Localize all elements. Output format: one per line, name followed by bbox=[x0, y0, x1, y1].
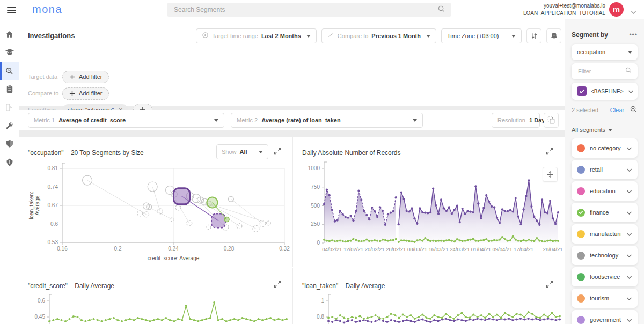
resolution-dropdown[interactable]: Resolution 1 Day bbox=[492, 113, 540, 128]
duplicate-view-button[interactable] bbox=[544, 113, 559, 128]
svg-text:750: 750 bbox=[311, 184, 320, 190]
target-time-range-dropdown[interactable]: Target time range Last 2 Months bbox=[196, 28, 317, 43]
segment-by-dropdown[interactable]: occupation bbox=[572, 44, 638, 60]
chevron-down-icon[interactable] bbox=[626, 143, 632, 153]
more-options-icon[interactable]: ••• bbox=[629, 31, 638, 39]
svg-text:09/04/21: 09/04/21 bbox=[492, 246, 512, 252]
main-content: Investigations Target time range Last 2 … bbox=[19, 19, 565, 324]
add-alert-button[interactable] bbox=[546, 28, 561, 43]
compare-to-dropdown[interactable]: Compare to Previous 1 Month bbox=[321, 28, 436, 43]
sidebar-item-alerts[interactable] bbox=[0, 153, 19, 171]
sidebar-item-config[interactable] bbox=[0, 116, 19, 135]
segment-card[interactable]: no category bbox=[572, 138, 638, 158]
metric1-dropdown[interactable]: Metric 1 Average of credit_score bbox=[28, 113, 224, 128]
svg-text:0.45: 0.45 bbox=[35, 314, 46, 320]
segment-card[interactable]: finance bbox=[572, 203, 638, 222]
sidebar-item-models[interactable] bbox=[0, 43, 19, 62]
expand-icon[interactable] bbox=[273, 147, 283, 157]
target-data-add-filter-button[interactable]: Add filter bbox=[62, 71, 109, 83]
expand-icon[interactable] bbox=[545, 280, 555, 290]
svg-text:0.2: 0.2 bbox=[114, 246, 122, 252]
expand-icon[interactable] bbox=[545, 147, 555, 157]
segment-color-checkbox[interactable] bbox=[577, 252, 585, 260]
chevron-down-icon[interactable] bbox=[628, 86, 634, 96]
user-email: youval+test@monalabs.io bbox=[523, 2, 605, 10]
expand-icon[interactable] bbox=[273, 280, 283, 290]
user-menu-chevron-icon[interactable] bbox=[631, 7, 636, 17]
segment-color-checkbox[interactable] bbox=[577, 273, 585, 281]
baseline-checkbox[interactable] bbox=[577, 86, 587, 96]
shield-alert-icon bbox=[5, 158, 14, 167]
segment-color-checkbox[interactable] bbox=[577, 144, 585, 152]
records-plot[interactable]: 0250500750100004/02/2112/02/2120/02/2128… bbox=[294, 137, 565, 267]
segment-color-checkbox[interactable] bbox=[577, 230, 585, 238]
target-data-row: Target data Add filter bbox=[28, 70, 109, 83]
chevron-down-icon[interactable] bbox=[626, 293, 632, 303]
segment-card[interactable]: tourism bbox=[572, 289, 638, 308]
user-context: LOAN_APPLICATION_TUTORIAL bbox=[523, 10, 605, 17]
chevron-down-icon[interactable] bbox=[626, 229, 632, 239]
chevron-down-icon[interactable] bbox=[626, 186, 632, 196]
segment-filter-input[interactable] bbox=[577, 68, 620, 75]
segment-color-checkbox[interactable] bbox=[577, 187, 585, 195]
segment-card[interactable]: manufacturing bbox=[572, 224, 638, 244]
show-dropdown[interactable]: Show All bbox=[216, 144, 268, 159]
sidebar-item-exports[interactable] bbox=[0, 98, 19, 116]
chevron-down-icon[interactable] bbox=[626, 208, 632, 217]
show-label: Show bbox=[222, 149, 237, 155]
svg-text:500: 500 bbox=[311, 203, 320, 209]
chevron-down-icon[interactable] bbox=[626, 251, 632, 260]
all-segments-dropdown[interactable]: All segments bbox=[572, 127, 612, 133]
segment-card[interactable]: education bbox=[572, 181, 638, 201]
sidebar-item-home[interactable] bbox=[0, 25, 19, 43]
selected-count: 2 selected bbox=[572, 107, 598, 113]
loan-daily-plot[interactable]: 10.8 bbox=[294, 268, 565, 324]
segment-filter-box[interactable] bbox=[572, 63, 638, 79]
hamburger-menu-icon[interactable] bbox=[7, 5, 16, 13]
merge-axes-button[interactable] bbox=[543, 167, 558, 182]
sidebar-item-reports[interactable] bbox=[0, 80, 19, 98]
search-icon bbox=[5, 67, 14, 76]
baseline-card[interactable]: <BASELINE> bbox=[572, 83, 638, 100]
segment-color-checkbox[interactable] bbox=[577, 209, 585, 217]
chevron-down-icon bbox=[214, 119, 218, 122]
svg-text:0.16: 0.16 bbox=[57, 246, 68, 252]
chevron-down-icon bbox=[608, 129, 612, 131]
compare-to-row: Compare to Add filter bbox=[28, 87, 109, 100]
graduation-cap-icon bbox=[5, 48, 14, 57]
segment-color-checkbox[interactable] bbox=[577, 166, 585, 174]
segment-card[interactable]: government bbox=[572, 310, 638, 324]
all-segments-label: All segments bbox=[572, 127, 605, 133]
segment-card[interactable]: foodservice bbox=[572, 267, 638, 286]
advanced-settings-button[interactable] bbox=[526, 28, 541, 43]
segment-card[interactable]: retail bbox=[572, 160, 638, 179]
svg-text:12/02/21: 12/02/21 bbox=[343, 246, 363, 252]
add-filter-label: Add filter bbox=[79, 90, 102, 97]
credit-daily-plot[interactable]: 0.60.45 bbox=[19, 268, 293, 324]
search-input[interactable] bbox=[173, 5, 437, 14]
chevron-down-icon[interactable] bbox=[626, 315, 632, 324]
duplicate-icon bbox=[547, 116, 555, 124]
header-controls: Target time range Last 2 Months Compare … bbox=[196, 28, 561, 43]
svg-text:1000: 1000 bbox=[308, 165, 320, 171]
metric2-dropdown[interactable]: Metric 2 Average (rate) of loan_taken bbox=[231, 113, 423, 128]
compare-to-value: Previous 1 Month bbox=[371, 33, 421, 39]
app-logo[interactable]: mona bbox=[32, 3, 62, 16]
chevron-down-icon[interactable] bbox=[626, 165, 632, 174]
search-icon bbox=[625, 67, 632, 76]
svg-text:250: 250 bbox=[311, 221, 320, 227]
zoom-in-icon[interactable] bbox=[630, 105, 638, 114]
timezone-dropdown[interactable]: Time Zone (+03:00) bbox=[441, 28, 522, 43]
chevron-down-icon[interactable] bbox=[626, 272, 632, 282]
svg-text:0.74: 0.74 bbox=[48, 184, 58, 190]
search-bar[interactable] bbox=[167, 3, 451, 17]
segment-color-checkbox[interactable] bbox=[577, 294, 585, 303]
clear-selection-link[interactable]: Clear bbox=[610, 107, 624, 113]
sidebar-item-policies[interactable] bbox=[0, 135, 19, 153]
sidebar-item-investigations[interactable] bbox=[0, 62, 19, 80]
segment-color-checkbox[interactable] bbox=[577, 316, 585, 324]
segment-card[interactable]: technology bbox=[572, 246, 638, 265]
target-icon bbox=[202, 31, 209, 41]
compare-to-add-filter-button[interactable]: Add filter bbox=[62, 87, 109, 100]
avatar[interactable]: m bbox=[609, 2, 624, 17]
